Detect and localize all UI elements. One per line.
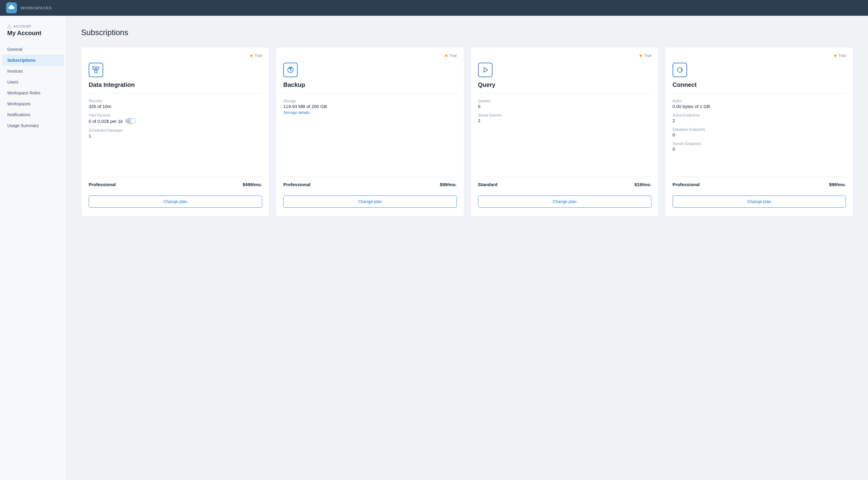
stat-value: 0 — [478, 104, 651, 109]
sidebar-item-invoices[interactable]: Invoices — [0, 66, 66, 77]
card-data-integration: Trial Data Integration Records 335 of 10 — [81, 47, 270, 216]
stat-label: Queries — [478, 99, 651, 103]
stat-value: 2 — [478, 118, 651, 123]
svg-rect-2 — [95, 70, 97, 73]
plan-name: Standard — [478, 182, 498, 187]
paid-records-toggle[interactable]: off — [125, 118, 136, 124]
sidebar-item-notifications[interactable]: Notifications — [0, 109, 66, 120]
sidebar-item-users[interactable]: Users — [0, 77, 66, 87]
stat-label: Secure Endpoints — [673, 142, 846, 146]
sidebar-item-usage-summary[interactable]: Usage Summary — [0, 120, 66, 131]
app-logo[interactable] — [6, 2, 17, 13]
sidebar-item-general[interactable]: General — [0, 44, 66, 55]
plan-name: Professional — [89, 182, 116, 187]
stat-label: Storage — [283, 99, 457, 103]
stat-label: Saved Queries — [478, 113, 651, 117]
plan-price: $99/mo. — [440, 182, 457, 187]
trial-badge-data-integration: Trial — [89, 53, 262, 58]
stat-value: 1 — [89, 133, 262, 138]
stat-value: 0 — [673, 132, 846, 138]
card-name-data-integration: Data Integration — [89, 82, 262, 88]
stat-value: 119.93 MB of 200 GB — [283, 104, 457, 109]
stat-value: 2 — [673, 118, 846, 123]
trial-dot — [250, 55, 253, 57]
change-plan-button-query[interactable]: Change plan — [478, 196, 651, 208]
stat-label: Bytes — [673, 99, 846, 103]
plan-price: $19/mo. — [634, 182, 651, 187]
stat-value: 0.00 bytes of 1 GB — [673, 104, 846, 109]
stat-label: Paid Records — [89, 113, 262, 117]
card-query: Trial Query Queries 0 Saved Queries 2 — [470, 47, 659, 216]
trial-badge-query: Trial — [478, 53, 651, 58]
query-icon — [478, 63, 493, 77]
trial-badge-backup: Trial — [283, 53, 457, 58]
change-plan-button-backup[interactable]: Change plan — [283, 196, 457, 208]
trial-badge-connect: Trial — [673, 53, 846, 58]
change-plan-button-connect[interactable]: Change plan — [673, 196, 846, 208]
data-integration-icon — [89, 63, 103, 77]
main-content: Subscriptions Trial Data In — [67, 16, 868, 480]
svg-rect-1 — [96, 67, 99, 69]
subscriptions-grid: Trial Data Integration Records 335 of 10 — [81, 47, 854, 216]
stat-value-paid-records: 0 of 0,02$ per 1k off — [89, 118, 262, 124]
app-title: WORKSPACES — [21, 6, 52, 10]
card-connect: Trial Connect Bytes 0.00 bytes of 1 GB — [665, 47, 854, 216]
sidebar-item-workspaces[interactable]: Workspaces — [0, 98, 66, 109]
change-plan-button-data-integration[interactable]: Change plan — [89, 196, 262, 208]
plan-price: $99/mo. — [829, 182, 846, 187]
sidebar-item-workspace-roles[interactable]: Workspace Roles — [0, 87, 66, 98]
svg-marker-6 — [484, 67, 488, 72]
storage-details-link[interactable]: Storage details — [283, 110, 457, 115]
svg-rect-0 — [93, 67, 95, 69]
account-title: My Account — [0, 30, 66, 37]
card-name-query: Query — [478, 82, 651, 88]
card-backup: Trial Backup Storage 119.93 MB of 200 GB — [276, 47, 464, 216]
stat-value: 0 — [673, 147, 846, 152]
top-navigation: WORKSPACES — [0, 0, 868, 16]
plan-price: $499/mo. — [243, 182, 262, 187]
card-name-backup: Backup — [283, 82, 457, 88]
page-title: Subscriptions — [81, 28, 854, 37]
stat-label: Database Endpoints — [673, 127, 846, 132]
stat-label: Active Endpoints — [673, 113, 846, 117]
stat-label: Records — [89, 99, 262, 103]
trial-dot — [445, 55, 447, 57]
sidebar-item-subscriptions[interactable]: Subscriptions — [2, 55, 64, 66]
stat-value: 335 of 10m — [89, 104, 262, 109]
card-name-connect: Connect — [673, 82, 846, 88]
trial-dot — [834, 55, 837, 57]
stat-label: Scheduled Packages — [89, 128, 262, 132]
sidebar: ACCOUNT My Account General Subscriptions… — [0, 16, 67, 480]
account-label: ACCOUNT — [0, 24, 66, 28]
plan-name: Professional — [673, 182, 700, 187]
connect-icon — [673, 63, 687, 77]
plan-name: Professional — [283, 182, 310, 187]
trial-dot — [640, 55, 642, 57]
backup-icon — [283, 63, 298, 77]
